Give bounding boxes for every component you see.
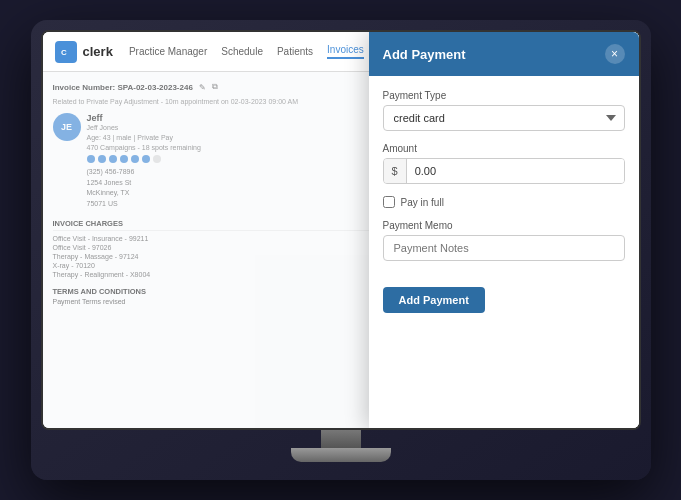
- pay-full-label: Pay in full: [401, 197, 444, 208]
- pay-full-row: Pay in full: [383, 196, 625, 208]
- patient-street: 1254 Jones St: [87, 178, 201, 189]
- patient-city: McKinney, TX: [87, 188, 201, 199]
- add-payment-button[interactable]: Add Payment: [383, 287, 485, 313]
- charges-title: INVOICE CHARGES: [53, 219, 123, 228]
- charge-name: X-ray - 70120: [53, 262, 95, 269]
- patient-campaigns: 470 Campaigns - 18 spots remaining: [87, 143, 201, 153]
- nav-patients[interactable]: Patients: [277, 46, 313, 57]
- patient-avatar: JE: [53, 113, 81, 141]
- amount-prefix: $: [384, 159, 407, 183]
- patient-subname: Jeff Jones: [87, 123, 201, 133]
- charge-name: Therapy - Realignment - X8004: [53, 271, 151, 278]
- monitor: C clerk Practice Manager Schedule Patien…: [31, 20, 651, 480]
- memo-group: Payment Memo: [383, 220, 625, 261]
- logo-text: clerk: [83, 44, 113, 59]
- amount-group: Amount $: [383, 143, 625, 184]
- amount-wrapper: $: [383, 158, 625, 184]
- monitor-screen: C clerk Practice Manager Schedule Patien…: [41, 30, 641, 430]
- stand-base: [291, 448, 391, 462]
- memo-label: Payment Memo: [383, 220, 625, 231]
- patient-details: Age: 43 | male | Private Pay: [87, 133, 201, 143]
- charge-name: Office Visit - 97026: [53, 244, 112, 251]
- logo-area: C clerk: [55, 41, 113, 63]
- patient-info: Jeff Jeff Jones Age: 43 | male | Private…: [87, 113, 201, 209]
- dots-row: [87, 155, 201, 163]
- app: C clerk Practice Manager Schedule Patien…: [43, 32, 639, 428]
- logo-icon: C: [55, 41, 77, 63]
- payment-type-label: Payment Type: [383, 90, 625, 101]
- pay-full-checkbox[interactable]: [383, 196, 395, 208]
- dot5: [131, 155, 139, 163]
- payment-type-select[interactable]: credit card cash check ACH: [383, 105, 625, 131]
- stand-neck: [321, 430, 361, 448]
- memo-input[interactable]: [383, 235, 625, 261]
- payment-type-group: Payment Type credit card cash check ACH: [383, 90, 625, 131]
- invoice-number: Invoice Number: SPA-02-03-2023-246: [53, 83, 193, 92]
- amount-label: Amount: [383, 143, 625, 154]
- patient-name: Jeff: [87, 113, 201, 123]
- copy-icon: ⧉: [212, 82, 218, 92]
- amount-input[interactable]: [407, 159, 624, 183]
- patient-zip: 75071 US: [87, 199, 201, 210]
- dot7: [153, 155, 161, 163]
- charge-name: Office Visit - Insurance - 99211: [53, 235, 149, 242]
- dot3: [109, 155, 117, 163]
- edit-icon: ✎: [199, 83, 206, 92]
- charge-name: Therapy - Massage - 97124: [53, 253, 139, 260]
- monitor-stand: [291, 430, 391, 462]
- patient-phone: (325) 456-7896: [87, 167, 201, 178]
- dot4: [120, 155, 128, 163]
- dot1: [87, 155, 95, 163]
- modal-body: Payment Type credit card cash check ACH …: [369, 76, 639, 428]
- dot6: [142, 155, 150, 163]
- main-content: Invoice Number: SPA-02-03-2023-246 ✎ ⧉ R…: [43, 72, 639, 428]
- nav-invoices[interactable]: Invoices: [327, 44, 364, 59]
- nav-schedule[interactable]: Schedule: [221, 46, 263, 57]
- nav-practice-manager[interactable]: Practice Manager: [129, 46, 207, 57]
- patient-address: (325) 456-7896 1254 Jones St McKinney, T…: [87, 167, 201, 209]
- svg-text:C: C: [61, 48, 67, 57]
- add-payment-modal: Add Payment × Payment Type credit card c…: [369, 72, 639, 428]
- dot2: [98, 155, 106, 163]
